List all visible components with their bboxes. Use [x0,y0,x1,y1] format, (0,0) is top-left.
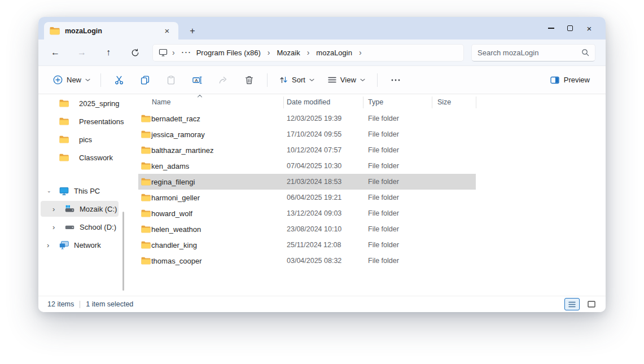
column-divider[interactable] [476,97,476,108]
maximize-button[interactable] [560,20,580,37]
back-button[interactable]: ← [46,44,64,61]
column-divider[interactable] [432,97,432,108]
sidebar-scrollbar[interactable] [122,212,124,291]
close-button[interactable]: × [580,20,599,37]
preview-toggle-button[interactable]: Preview [546,72,594,87]
file-type: File folder [365,162,434,170]
column-header-type[interactable]: Type [365,98,434,106]
rename-button[interactable]: A [186,71,208,90]
new-button[interactable]: New [48,72,95,88]
cut-button[interactable] [108,71,130,90]
sidebar-folder-label: pics [79,135,92,144]
sort-button[interactable]: Sort [275,72,319,87]
sidebar-folder-item[interactable]: Presentations [41,113,119,129]
file-row[interactable]: thomas_cooper 03/04/2025 08:32 File fold… [138,253,476,269]
column-header-name[interactable]: Name [151,98,283,106]
file-name: thomas_cooper [151,257,283,265]
sidebar-folder-item[interactable]: Classwork [41,150,119,165]
file-type: File folder [365,225,434,233]
main-content: 2025_spring Presentations [38,94,606,296]
column-divider[interactable] [283,97,284,108]
folder-icon [141,146,151,154]
file-row[interactable]: balthazar_martinez 10/12/2024 07:57 File… [138,142,476,158]
sidebar-folder-label: 2025_spring [79,99,120,108]
file-row[interactable]: regina_filengi 21/03/2024 18:53 File fol… [138,174,476,190]
file-row[interactable]: howard_wolf 13/12/2024 09:03 File folder [138,205,476,221]
ellipsis-icon [391,79,400,81]
forward-button[interactable]: → [73,44,91,61]
new-tab-button[interactable]: + [186,25,199,37]
this-pc-icon [159,49,168,56]
column-header-size[interactable]: Size [434,98,476,106]
file-name: harmoni_geller [151,194,283,202]
chevron-down-icon [85,78,90,82]
breadcrumb-segment-program-files[interactable]: Program Files (x86) [194,47,263,58]
delete-button[interactable] [238,71,260,90]
folder-icon [59,99,69,107]
file-row[interactable]: jessica_ramoray 17/10/2024 09:55 File fo… [138,126,476,142]
file-name: jessica_ramoray [151,130,283,139]
file-date-modified: 06/04/2025 19:21 [283,194,365,201]
sidebar-item-label: School (D:) [80,223,116,231]
file-row[interactable]: bernadett_racz 12/03/2025 19:39 File fol… [138,111,476,126]
status-divider [80,301,80,308]
explorer-window: mozaLogin × + × ← → ↑ › ··· Program [38,17,606,312]
file-name: balthazar_martinez [151,146,283,155]
file-date-modified: 25/11/2024 12:08 [283,241,365,249]
sidebar-folder-item[interactable]: pics [41,131,119,147]
address-ellipsis-button[interactable]: ··· [179,49,194,56]
chevron-right-icon[interactable]: › [52,205,58,213]
file-row[interactable]: helen_weathon 23/08/2024 10:10 File fold… [138,221,476,237]
more-options-button[interactable] [385,71,406,90]
search-input[interactable] [477,49,581,57]
minimize-icon [548,28,554,28]
file-row[interactable]: harmoni_geller 06/04/2025 19:21 File fol… [138,190,476,205]
maximize-icon [567,25,573,31]
file-row[interactable]: chandler_king 25/11/2024 12:08 File fold… [138,237,476,253]
titlebar: mozaLogin × + × [38,17,606,40]
chevron-right-icon[interactable]: › [52,223,58,231]
sidebar-item-school-d[interactable]: › School (D:) [41,219,119,235]
plus-circle-icon [53,75,63,85]
sidebar-folder-item[interactable]: 2025_spring [41,95,119,111]
minimize-button[interactable] [541,20,560,37]
sidebar-item-mozaik-c[interactable]: › Mozaik (C:) [41,201,119,217]
column-divider[interactable] [363,97,363,108]
sidebar-item-network[interactable]: › Network [41,237,119,253]
breadcrumb-chevron-icon[interactable]: › [354,48,366,57]
selection-count: 1 item selected [86,300,133,308]
breadcrumb-segment-mozaik[interactable]: Mozaik [274,47,302,58]
folder-icon [141,194,151,201]
explorer-tab[interactable]: mozaLogin × [44,22,178,40]
svg-text:A: A [195,77,198,82]
file-type: File folder [365,209,434,217]
sidebar-folder-label: Classwork [79,154,113,162]
share-button[interactable] [212,71,234,90]
up-button[interactable]: ↑ [99,44,117,61]
large-icons-view-button[interactable] [584,298,599,310]
chevron-right-icon[interactable]: › [47,242,52,249]
file-date-modified: 12/03/2025 19:39 [283,115,365,122]
sort-icon [279,76,288,84]
file-row[interactable]: ken_adams 07/04/2025 10:30 File folder [138,158,476,174]
search-box[interactable] [471,44,595,62]
column-headers: Name Date modified Type Size [138,94,476,111]
window-controls: × [541,17,599,40]
refresh-button[interactable] [126,44,144,61]
paste-button[interactable] [160,71,182,90]
file-name: chandler_king [151,241,283,249]
copy-button[interactable] [134,71,156,90]
column-header-date-modified[interactable]: Date modified [283,98,365,106]
breadcrumb-segment-mozalogin[interactable]: mozaLogin [314,47,354,58]
search-icon [581,49,589,56]
details-view-button[interactable] [564,298,580,310]
address-bar[interactable]: › ··· Program Files (x86) › Mozaik › moz… [152,44,464,62]
chevron-down-icon[interactable]: ⌄ [47,188,52,194]
breadcrumb-chevron-icon[interactable]: › [303,48,314,57]
sidebar-item-this-pc[interactable]: ⌄ This PC [41,183,119,199]
breadcrumb-chevron-icon[interactable]: › [263,48,275,57]
status-bar: 12 items 1 item selected [38,296,606,312]
tab-close-icon[interactable]: × [161,25,173,37]
view-button[interactable]: View [323,72,370,87]
sidebar-pinned-folders: 2025_spring Presentations [38,95,138,165]
